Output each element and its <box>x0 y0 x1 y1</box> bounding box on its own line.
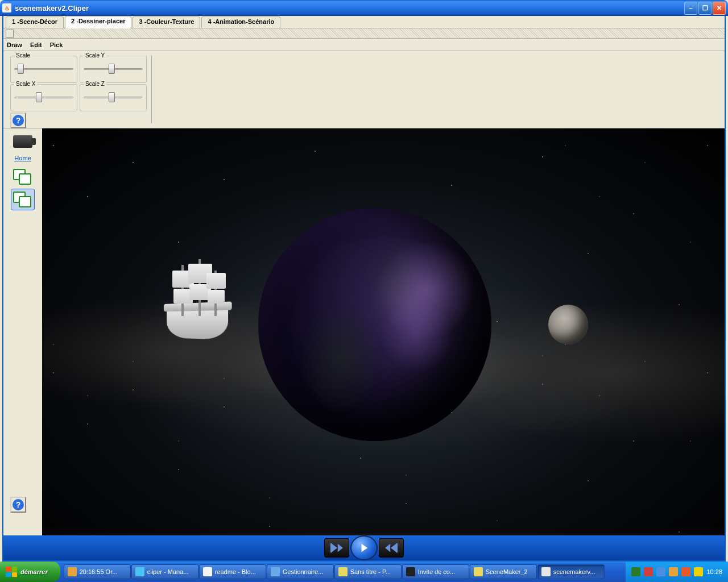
task-label: Invite de co... <box>418 568 455 575</box>
task-app-icon <box>68 567 77 576</box>
minimize-button[interactable]: – <box>684 2 697 15</box>
slider-scale[interactable] <box>14 63 73 74</box>
help-icon: ? <box>13 499 24 510</box>
close-button[interactable]: ✕ <box>713 2 726 15</box>
task-label: readme - Blo... <box>215 568 256 575</box>
copy-icon <box>13 192 32 207</box>
task-app-icon <box>474 567 483 576</box>
copy-icon <box>13 169 32 185</box>
task-label: cliper - Mana... <box>147 568 189 575</box>
task-app-icon <box>406 567 415 576</box>
window-titlebar: ♨ scenemakerv2.Cliper – ❐ ✕ <box>0 0 728 16</box>
maximize-button[interactable]: ❐ <box>698 2 712 15</box>
tray-icon[interactable] <box>631 567 640 576</box>
task-app-icon <box>271 567 280 576</box>
task-label: 20:16:55 Or... <box>80 568 118 575</box>
help-icon: ? <box>13 115 24 126</box>
tab-dessiner-placer[interactable]: 2 -Dessiner-placer <box>65 16 131 28</box>
slider-scaley[interactable] <box>84 63 143 74</box>
main-area: Home ? <box>3 128 725 535</box>
toolbar-grip[interactable] <box>3 28 725 39</box>
skip-back-button[interactable] <box>324 538 349 558</box>
play-button[interactable] <box>350 535 378 560</box>
help-button[interactable]: ? <box>10 113 26 128</box>
play-icon <box>358 543 370 553</box>
taskbar-item[interactable]: readme - Blo... <box>199 564 266 579</box>
menu-edit[interactable]: Edit <box>30 41 42 48</box>
main-tabs: 1 -Scene-Décor 2 -Dessiner-placer 3 -Cou… <box>3 16 725 28</box>
taskbar-tasks: 20:16:55 Or...cliper - Mana...readme - B… <box>60 564 626 580</box>
controls-panel: Scale Scale Y Scale X Scale Z ? <box>3 51 725 128</box>
tray-icon[interactable] <box>656 567 665 576</box>
scene-ship[interactable] <box>147 259 244 356</box>
task-app-icon <box>135 567 144 576</box>
task-app-icon <box>541 567 551 576</box>
slider-scalex-label: Scale X <box>14 81 37 87</box>
app-body: 1 -Scene-Décor 2 -Dessiner-placer 3 -Cou… <box>2 16 726 562</box>
sidebar-camera[interactable] <box>11 131 35 152</box>
windows-taskbar: démarrer 20:16:55 Or...cliper - Mana...r… <box>0 562 728 582</box>
sidebar-copy-2[interactable] <box>11 189 35 210</box>
slider-scalex-group: Scale X <box>10 84 77 111</box>
sidebar-home-link[interactable]: Home <box>14 155 31 161</box>
slider-scalez-group: Scale Z <box>80 84 147 111</box>
tab-couleur-texture[interactable]: 3 -Couleur-Texture <box>133 16 200 28</box>
sidebar-copy-1[interactable] <box>11 166 35 188</box>
task-app-icon <box>203 567 212 576</box>
task-app-icon <box>338 567 348 576</box>
skip-forward-button[interactable] <box>379 538 404 558</box>
tray-icon[interactable] <box>669 567 678 576</box>
tray-icon[interactable] <box>694 567 703 576</box>
taskbar-item[interactable]: cliper - Mana... <box>131 564 198 579</box>
menu-pick[interactable]: Pick <box>50 41 63 48</box>
taskbar-item[interactable]: 20:16:55 Or... <box>64 564 131 579</box>
tab-scene-decor[interactable]: 1 -Scene-Décor <box>6 16 64 28</box>
detach-handle-icon[interactable] <box>6 30 14 38</box>
slider-scale-group: Scale <box>10 56 77 83</box>
menu-draw[interactable]: Draw <box>7 41 22 48</box>
scene-moon[interactable] <box>548 305 588 344</box>
system-tray[interactable]: 10:28 <box>626 562 728 582</box>
taskbar-item[interactable]: Invite de co... <box>402 564 469 579</box>
slider-scale-label: Scale <box>14 52 32 59</box>
taskbar-item[interactable]: Gestionnaire... <box>267 564 334 579</box>
tab-animation-scenario[interactable]: 4 -Animation-Scénario <box>201 16 280 28</box>
tray-clock[interactable]: 10:28 <box>706 568 722 575</box>
skip-forward-icon <box>385 543 398 553</box>
task-label: SceneMaker_2 <box>486 568 528 575</box>
taskbar-item[interactable]: scenemakerv... <box>537 564 605 579</box>
start-button[interactable]: démarrer <box>0 562 60 582</box>
slider-scaley-label: Scale Y <box>84 52 106 59</box>
tray-icon[interactable] <box>644 567 653 576</box>
help-button-bottom[interactable]: ? <box>10 497 26 513</box>
task-label: scenemakerv... <box>553 568 595 575</box>
slider-scalex[interactable] <box>14 92 73 103</box>
slider-scalez-label: Scale Z <box>84 81 106 87</box>
scene-earth[interactable] <box>258 208 491 441</box>
left-sidebar: Home ? <box>3 128 42 535</box>
menu-bar: Draw Edit Pick <box>3 39 725 51</box>
slider-scaley-group: Scale Y <box>80 56 147 83</box>
taskbar-item[interactable]: Sans titre - P... <box>334 564 402 579</box>
playback-bar <box>3 535 725 560</box>
window-title: scenemakerv2.Cliper <box>15 4 684 13</box>
slider-scalez[interactable] <box>84 92 143 103</box>
scene-viewport[interactable] <box>42 128 725 535</box>
windows-logo-icon <box>6 567 17 577</box>
tray-icon[interactable] <box>681 567 690 576</box>
java-icon: ♨ <box>2 3 11 13</box>
taskbar-item[interactable]: SceneMaker_2 <box>470 564 537 579</box>
start-label: démarrer <box>20 568 48 575</box>
task-label: Gestionnaire... <box>283 568 324 575</box>
task-label: Sans titre - P... <box>350 568 391 575</box>
skip-back-icon <box>330 543 343 553</box>
camera-icon <box>13 135 32 148</box>
panel-separator <box>151 56 152 123</box>
